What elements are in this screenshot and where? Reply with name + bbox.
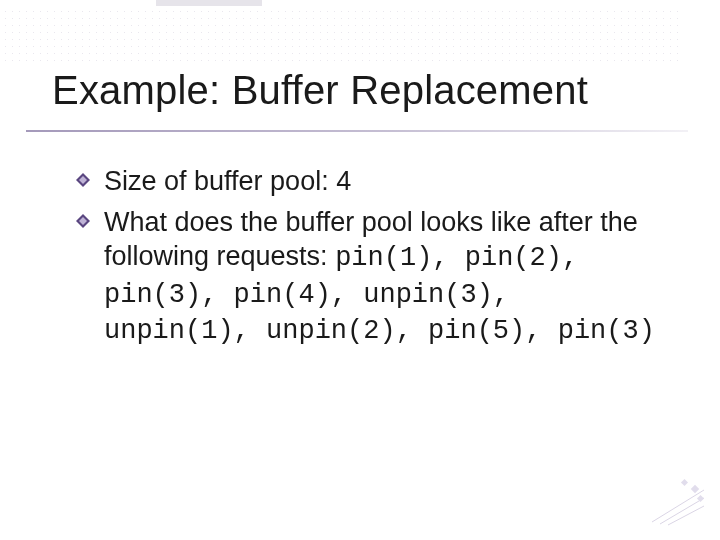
svg-rect-8 — [681, 479, 688, 486]
title-underline — [26, 130, 688, 132]
dot-grid — [0, 6, 682, 62]
list-item: What does the buffer pool looks like aft… — [104, 205, 664, 349]
bullet-text: What does the buffer pool looks like aft… — [104, 205, 664, 349]
diamond-bullet-icon — [76, 173, 90, 187]
svg-rect-7 — [691, 485, 699, 493]
slide-title: Example: Buffer Replacement — [52, 68, 588, 113]
slide-body: Size of buffer pool: 4 What does the buf… — [104, 164, 664, 355]
svg-line-5 — [660, 498, 704, 524]
bullet-text: Size of buffer pool: 4 — [104, 164, 664, 199]
svg-line-4 — [652, 490, 704, 522]
corner-decoration-icon — [642, 478, 706, 526]
header-decoration — [0, 0, 720, 60]
diamond-bullet-icon — [76, 214, 90, 228]
slide: Example: Buffer Replacement Size of buff… — [0, 0, 720, 540]
list-item: Size of buffer pool: 4 — [104, 164, 664, 199]
